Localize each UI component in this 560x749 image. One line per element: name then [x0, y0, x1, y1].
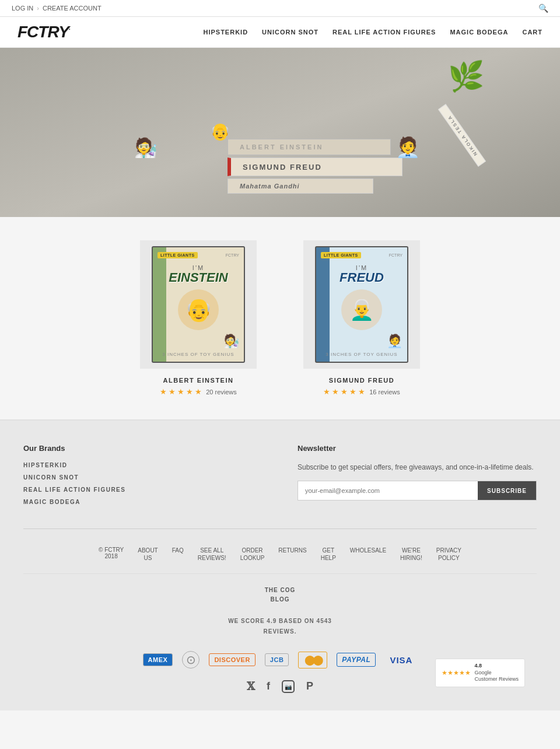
footer-link-hipsterkid[interactable]: HIPSTERKID: [23, 462, 262, 468]
footer-about-us[interactable]: ABOUTUS: [138, 547, 158, 562]
footer-brands-title: Our Brands: [23, 444, 262, 453]
einstein-stars-row: ★ ★ ★ ★ ★ 20 reviews: [140, 387, 257, 396]
star-5: ★: [195, 387, 202, 396]
footer-hiring[interactable]: WE'REHIRING!: [400, 547, 422, 562]
footer-returns[interactable]: RETURNS: [278, 547, 306, 562]
figure-einstein: 🧑‍🔬: [134, 136, 158, 159]
nav-cart[interactable]: CART: [522, 29, 542, 36]
freud-star-1: ★: [323, 387, 330, 396]
login-link[interactable]: LOG IN: [12, 5, 33, 12]
book-gandhi-label: Mahatma Gandhi: [240, 183, 300, 190]
nav-unicorn-snot[interactable]: UNICORN SNOT: [262, 29, 318, 36]
google-badge[interactable]: ★★★★★ 4.8 Google Customer Reviews: [435, 659, 525, 687]
freud-star-3: ★: [341, 387, 348, 396]
freud-figure-mini: 🧑‍💼: [387, 334, 402, 349]
instagram-icon[interactable]: 📷: [282, 680, 295, 693]
freud-box-sub: 3 INCHES OF TOY GENIUS: [326, 352, 397, 357]
star-3: ★: [177, 387, 184, 396]
pinterest-icon[interactable]: P: [306, 680, 313, 693]
freud-star-4: ★: [349, 387, 356, 396]
einstein-figure-mini: 🧑‍🔬: [223, 334, 239, 349]
einstein-box-title: EINSTEIN: [169, 271, 228, 284]
score-line1: WE SCORE 4.9 BASED ON 4543: [23, 616, 537, 626]
logo[interactable]: FCTRY·: [18, 23, 70, 41]
newsletter-description: Subscribe to get special offers, free gi…: [298, 462, 537, 473]
header: FCTRY· HIPSTERKID UNICORN SNOT REAL LIFE…: [0, 17, 560, 48]
create-account-link[interactable]: CREATE ACCOUNT: [43, 5, 102, 12]
google-badge-rating: 4.8: [474, 663, 482, 668]
newsletter-form: SUBSCRIBE: [298, 481, 537, 501]
jcb-icon: JCB: [265, 653, 289, 666]
google-badge-text: 4.8 Google Customer Reviews: [474, 663, 519, 683]
freud-reviews-count: 16 reviews: [369, 388, 400, 396]
book-freud-label: Sigmund Freud: [243, 163, 322, 172]
freud-product-name: SIGMUND FREUD: [303, 377, 420, 384]
nav-real-life-action-figures[interactable]: REAL LIFE ACTION FIGURES: [332, 29, 436, 36]
figure-tesla: 🧑‍💼: [396, 135, 420, 159]
paypal-icon: PayPal: [337, 653, 376, 667]
star-2: ★: [169, 387, 176, 396]
footer-link-magic-bodega[interactable]: MAGIC BODEGA: [23, 499, 262, 505]
einstein-image-container: LITTLE GIANTS FCTRY I'M EINSTEIN 👴 🧑‍🔬 3…: [140, 240, 257, 369]
freud-little-giants-badge: LITTLE GIANTS: [321, 252, 361, 258]
einstein-face: 👴: [178, 289, 219, 330]
score-line2: REVIEWS.: [23, 626, 537, 637]
freud-box-title: FREUD: [340, 271, 384, 284]
blog-line1: THE COG: [23, 586, 537, 595]
footer-get-help[interactable]: GETHELP: [321, 547, 336, 562]
facebook-icon[interactable]: f: [267, 680, 270, 693]
footer-privacy-policy[interactable]: PRIVACYPOLICY: [436, 547, 461, 562]
products-section: LITTLE GIANTS FCTRY I'M EINSTEIN 👴 🧑‍🔬 3…: [0, 217, 560, 419]
logo-dot: ·: [69, 26, 70, 33]
freud-stars-row: ★ ★ ★ ★ ★ 16 reviews: [303, 387, 420, 396]
footer-copyright: © FCTRY2018: [99, 547, 124, 562]
top-bar-left: LOG IN › CREATE ACCOUNT: [12, 5, 102, 12]
hero-plant: 🌿: [448, 60, 484, 93]
footer-links-row: © FCTRY2018 ABOUTUS FAQ SEE ALLREVIEWS! …: [23, 547, 537, 574]
products-grid: LITTLE GIANTS FCTRY I'M EINSTEIN 👴 🧑‍🔬 3…: [12, 240, 548, 396]
freud-box: LITTLE GIANTS FCTRY I'M FREUD 👨‍🦳 🧑‍💼 3 …: [315, 246, 408, 363]
footer-link-real-life[interactable]: REAL LIFE ACTION FIGURES: [23, 487, 262, 493]
footer-top: Our Brands HIPSTERKID UNICORN SNOT REAL …: [23, 444, 537, 529]
footer-faq[interactable]: FAQ: [172, 547, 184, 562]
hero-content: ALBERT EINSTEIN Sigmund Freud Mahatma Ga…: [0, 48, 560, 217]
footer-see-all-reviews[interactable]: SEE ALLREVIEWS!: [198, 547, 226, 562]
google-badge-stars: ★★★★★: [442, 669, 471, 677]
footer-wholesale[interactable]: WHOLESALE: [350, 547, 386, 562]
einstein-little-giants-badge: LITTLE GIANTS: [158, 252, 198, 258]
footer-order-lookup[interactable]: ORDERLOOKUP: [240, 547, 265, 562]
top-bar-separator: ›: [37, 5, 39, 12]
footer: Our Brands HIPSTERKID UNICORN SNOT REAL …: [0, 421, 560, 710]
einstein-reviews-count: 20 reviews: [206, 388, 237, 396]
footer-newsletter-title: Newsletter: [298, 444, 537, 453]
einstein-fctry-label: FCTRY: [226, 253, 239, 257]
newsletter-subscribe-button[interactable]: SUBSCRIBE: [478, 481, 536, 500]
search-icon[interactable]: 🔍: [538, 4, 548, 13]
discover-icon: DISCOVER: [209, 653, 255, 666]
footer-blog-link[interactable]: THE COG BLOG: [23, 586, 537, 604]
twitter-icon[interactable]: 𝕏: [247, 680, 255, 693]
einstein-product-name: ALBERT EINSTEIN: [140, 377, 257, 384]
visa-icon: VISA: [385, 653, 417, 667]
freud-image-container: LITTLE GIANTS FCTRY I'M FREUD 👨‍🦳 🧑‍💼 3 …: [303, 240, 420, 369]
newsletter-email-input[interactable]: [298, 481, 478, 500]
star-1: ★: [160, 387, 167, 396]
logo-text: FCTRY: [18, 23, 69, 41]
nav-magic-bodega[interactable]: MAGIC BODEGA: [450, 29, 508, 36]
product-card-freud[interactable]: LITTLE GIANTS FCTRY I'M FREUD 👨‍🦳 🧑‍💼 3 …: [303, 240, 420, 396]
top-bar: LOG IN › CREATE ACCOUNT 🔍: [0, 0, 560, 17]
hero-banner: ALBERT EINSTEIN Sigmund Freud Mahatma Ga…: [0, 48, 560, 217]
book-einstein-label: ALBERT EINSTEIN: [240, 144, 323, 150]
google-badge-line1: Google: [474, 670, 491, 676]
star-4: ★: [186, 387, 193, 396]
footer-link-unicorn-snot[interactable]: UNICORN SNOT: [23, 474, 262, 481]
figure-gandhi: 👴: [210, 122, 230, 141]
einstein-box-sub: 3 INCHES OF TOY GENIUS: [162, 352, 234, 357]
freud-star-5: ★: [358, 387, 365, 396]
einstein-box: LITTLE GIANTS FCTRY I'M EINSTEIN 👴 🧑‍🔬 3…: [152, 246, 245, 363]
nav-hipsterkid[interactable]: HIPSTERKID: [203, 29, 248, 36]
footer-bottom: © FCTRY2018 ABOUTUS FAQ SEE ALLREVIEWS! …: [23, 547, 537, 699]
mastercard-icon: ⬤⬤: [298, 652, 327, 668]
product-card-einstein[interactable]: LITTLE GIANTS FCTRY I'M EINSTEIN 👴 🧑‍🔬 3…: [140, 240, 257, 396]
freud-star-2: ★: [332, 387, 339, 396]
